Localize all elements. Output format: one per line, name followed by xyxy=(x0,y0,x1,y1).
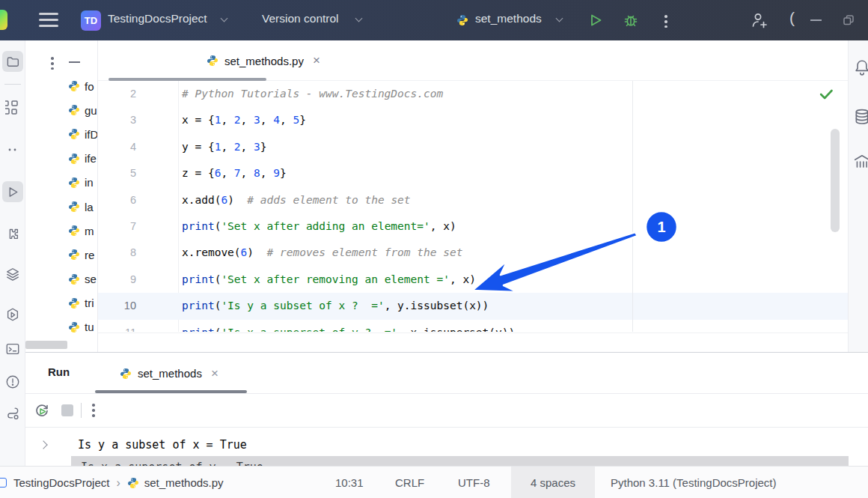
code-text: y = {1, 2, 3} xyxy=(182,134,848,160)
console-output-text: Is y a subset of x = True xyxy=(78,438,247,452)
breadcrumb-project[interactable]: TestingDocsProject xyxy=(13,476,109,489)
run-panel: Run set_methods × Is y a subset of x = T… xyxy=(25,352,868,466)
run-configuration-selector[interactable]: set_methods xyxy=(475,12,542,25)
line-number: 9 xyxy=(98,267,136,293)
run-more-options-icon[interactable] xyxy=(89,401,98,419)
close-tab-icon[interactable]: × xyxy=(313,53,320,68)
encoding-widget[interactable]: UTF-8 xyxy=(458,467,490,498)
python-console-tool-window-button[interactable] xyxy=(2,403,23,424)
terminal-tool-window-button[interactable] xyxy=(2,338,23,359)
more-tool-windows-button[interactable] xyxy=(2,139,23,160)
cursor-position-widget[interactable]: 10:31 xyxy=(335,467,364,498)
code-line[interactable]: 7print('Set x after adding an element=',… xyxy=(98,213,848,240)
tree-item-label: ifD xyxy=(85,128,98,141)
code-line[interactable]: 8x.remove(6) # removes element from the … xyxy=(98,240,848,266)
project-badge[interactable]: TD xyxy=(81,10,101,31)
console-line-selected[interactable]: Is x a superset of y = True xyxy=(71,456,849,466)
interpreter-widget[interactable]: Python 3.11 (TestingDocsProject) xyxy=(611,467,777,498)
console-line[interactable]: Is y a subset of x = True xyxy=(25,434,868,456)
project-tool-window-button[interactable] xyxy=(2,51,23,72)
main-menu-icon[interactable] xyxy=(39,13,58,27)
services-tool-window-button[interactable] xyxy=(2,304,23,325)
inspections-ok-icon[interactable] xyxy=(819,87,834,102)
tree-horizontal-scrollbar[interactable] xyxy=(25,341,67,349)
run-console[interactable]: Is y a subset of x = True Is x a superse… xyxy=(25,428,868,466)
chevron-down-icon xyxy=(221,15,228,22)
code-line[interactable]: 11print('Is x a superset of y ? =', x.is… xyxy=(98,320,848,332)
tree-item[interactable]: gu xyxy=(25,98,98,122)
code-line[interactable]: 2# Python Tutorials - www.TestingDocs.co… xyxy=(98,81,848,107)
tree-item-label: gu xyxy=(85,104,97,117)
breadcrumb[interactable]: TestingDocsProject › set_methods.py xyxy=(0,467,224,498)
editor-border xyxy=(98,332,868,333)
line-number: 11 xyxy=(98,320,136,332)
tree-item[interactable]: ifD xyxy=(25,122,98,146)
sci-view-icon[interactable] xyxy=(853,153,868,171)
python-icon xyxy=(68,225,80,237)
breadcrumb-file[interactable]: set_methods.py xyxy=(144,476,224,489)
code-editor[interactable]: 2# Python Tutorials - www.TestingDocs.co… xyxy=(98,81,848,332)
notifications-bell-icon[interactable] xyxy=(853,58,868,76)
code-text: x.remove(6) # removes element from the s… xyxy=(182,240,848,266)
tree-item[interactable]: tri xyxy=(25,291,98,315)
python-icon xyxy=(120,368,132,380)
expand-chevron-icon[interactable] xyxy=(39,440,47,449)
python-icon xyxy=(68,297,80,309)
rerun-button[interactable] xyxy=(33,401,51,419)
line-number: 7 xyxy=(98,213,136,240)
more-actions-icon[interactable] xyxy=(661,13,670,31)
line-number: 8 xyxy=(98,240,136,266)
run-tool-window-button[interactable] xyxy=(2,181,23,202)
layers-icon[interactable] xyxy=(2,264,23,285)
python-icon xyxy=(68,201,80,213)
python-icon xyxy=(68,128,80,140)
editor-tab[interactable]: set_methods.py × xyxy=(207,40,320,81)
python-icon xyxy=(456,14,469,27)
line-separator-widget[interactable]: CRLF xyxy=(395,467,424,498)
project-widget[interactable]: TestingDocsProject xyxy=(108,12,207,25)
stop-button[interactable] xyxy=(61,404,73,416)
tree-item[interactable]: tu xyxy=(25,315,98,339)
code-lines: 2# Python Tutorials - www.TestingDocs.co… xyxy=(98,81,848,332)
minimize-icon[interactable] xyxy=(810,19,822,21)
puzzle-icon[interactable] xyxy=(2,223,23,244)
code-line[interactable]: 9print('Set x after removing an element … xyxy=(98,267,848,293)
tree-item[interactable]: fo xyxy=(25,74,98,98)
tree-item[interactable]: in xyxy=(25,171,98,195)
run-button[interactable] xyxy=(587,11,605,29)
tree-item[interactable]: ife xyxy=(25,147,98,171)
editor-scrollbar[interactable] xyxy=(831,129,840,232)
line-number: 5 xyxy=(98,160,136,186)
indent-widget[interactable]: 4 spaces xyxy=(511,467,595,498)
tree-item-label: tu xyxy=(85,321,94,333)
module-icon xyxy=(0,478,7,488)
code-text: print('Is y a subset of x ? =', y.issubs… xyxy=(182,293,848,319)
code-line[interactable]: 5z = {6, 7, 8, 9} xyxy=(98,160,848,186)
python-icon xyxy=(68,104,80,116)
code-line[interactable]: 6x.add(6) # adds element to the set xyxy=(98,187,848,213)
python-icon xyxy=(68,177,80,189)
tree-item[interactable]: se xyxy=(25,267,98,291)
tree-item[interactable]: m xyxy=(25,219,98,243)
hide-panel-icon[interactable] xyxy=(69,61,80,63)
close-tab-icon[interactable]: × xyxy=(211,366,218,381)
project-panel-options-icon[interactable] xyxy=(48,55,57,73)
database-icon[interactable] xyxy=(853,108,868,126)
vcs-widget[interactable]: Version control xyxy=(262,12,339,25)
code-line[interactable]: 3x = {1, 2, 3, 4, 5} xyxy=(98,107,848,133)
add-user-icon[interactable] xyxy=(750,10,769,30)
problems-tool-window-button[interactable] xyxy=(2,371,23,392)
restore-icon[interactable] xyxy=(843,14,855,26)
code-text: print('Set x after adding an element=', … xyxy=(182,213,848,240)
run-tab[interactable]: set_methods × xyxy=(120,353,218,394)
tree-item-label: la xyxy=(85,201,94,213)
code-line[interactable]: 10print('Is y a subset of x ? =', y.issu… xyxy=(98,293,848,319)
code-line[interactable]: 4y = {1, 2, 3} xyxy=(98,134,848,160)
tree-item[interactable]: la xyxy=(25,195,98,219)
tree-item[interactable]: re xyxy=(25,243,98,267)
python-icon xyxy=(68,321,80,333)
code-text: print('Set x after removing an element =… xyxy=(182,267,848,293)
code-text: # Python Tutorials - www.TestingDocs.com xyxy=(182,81,848,107)
structure-tool-window-button[interactable] xyxy=(2,97,23,118)
debug-button[interactable] xyxy=(622,11,640,29)
